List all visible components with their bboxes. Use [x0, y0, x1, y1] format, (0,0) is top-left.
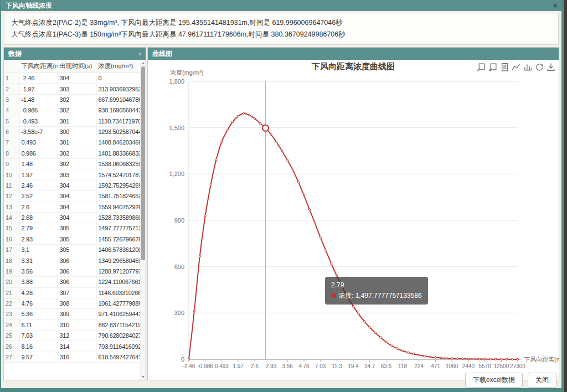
table-row[interactable]: 80.9863021481.883366833638 — [4, 148, 146, 158]
table-row[interactable]: 5-0.4933011130.7341719708227 — [4, 116, 146, 126]
table-row[interactable]: 214.283071146.6933102665728 — [4, 287, 146, 298]
time-cell: 316 — [58, 352, 96, 362]
table-row[interactable]: 101.973031574.5247017879894 — [4, 169, 146, 180]
time-cell: 305 — [58, 234, 96, 244]
data-point-marker — [204, 215, 206, 216]
data-point-marker — [391, 345, 393, 347]
data-point-marker — [489, 358, 491, 360]
table-row[interactable]: 257.03312790.6280284027512 — [4, 331, 146, 341]
scroll-up-icon[interactable]: ▲ — [141, 60, 146, 66]
distance-cell: -0.986 — [19, 105, 58, 116]
data-point-marker — [506, 358, 508, 360]
row-index: 26 — [4, 341, 19, 352]
summary-line-pac3: 大气终点浓度1(PAC-3)是 150mg/m³下风向最大距离是 47.9617… — [11, 29, 551, 40]
distance-cell: -1.48 — [19, 94, 58, 105]
table-row[interactable]: 224.763081061.4277798899677 — [4, 298, 146, 308]
distance-cell: -3.58e-7 — [19, 126, 58, 137]
data-point-marker — [495, 358, 497, 360]
distance-cell: 1.97 — [19, 169, 58, 180]
row-index: 12 — [4, 191, 19, 202]
dialog-downwind-axis-concentration: 下风向轴线浓度 × 大气终点浓度2(PAC-2)是 33mg/m³, 下风向最大… — [0, 0, 564, 392]
bar-chart-icon[interactable] — [523, 63, 532, 71]
table-row[interactable]: 1-2.463040 — [4, 73, 146, 84]
table-row[interactable]: 268.16314703.9116416092796 — [4, 341, 146, 352]
table-row[interactable]: 3-1.48302667.6991046786152 — [4, 94, 146, 105]
time-cell: 310 — [58, 319, 96, 330]
concentration-cell: 1293.5025870442491 — [96, 126, 146, 137]
table-row[interactable]: 203.883061224.1100676610185 — [4, 277, 146, 287]
time-cell: 314 — [58, 341, 96, 352]
table-row[interactable]: 112.463041592.7529542696896 — [4, 180, 146, 190]
table-row[interactable]: 6-3.58e-73001293.5025870442491 — [4, 126, 146, 137]
download-excel-button[interactable]: 下载excel数据 — [465, 373, 523, 388]
distance-cell: 4.76 — [19, 298, 58, 308]
data-point-marker — [308, 208, 310, 210]
restore-icon[interactable] — [535, 63, 544, 71]
concentration-cell: 1481.883366833638 — [96, 148, 146, 158]
table-row[interactable]: 183.313061349.296580459442 — [4, 255, 146, 266]
row-index: 4 — [4, 105, 19, 116]
x-tick-label: 34.7 — [364, 363, 375, 369]
table-row[interactable]: 152.793051497.7777757133586 — [4, 223, 146, 234]
concentration-cell: 1349.296580459442 — [96, 255, 146, 266]
x-tick-label: 0.493 — [215, 363, 229, 369]
data-point-marker — [352, 305, 354, 307]
time-cell: 304 — [58, 73, 96, 84]
table-row[interactable]: 132.63041559.9407529261453 — [4, 202, 146, 212]
distance-cell: 3.88 — [19, 277, 58, 287]
close-icon[interactable]: × — [553, 0, 558, 11]
time-cell: 305 — [58, 245, 96, 255]
data-point-marker — [292, 169, 293, 171]
data-point-marker — [325, 250, 327, 251]
data-point-marker — [484, 358, 486, 360]
data-point-marker — [232, 121, 234, 122]
concentration-cell: 1455.7267966767238 — [96, 234, 146, 244]
data-point-marker — [401, 350, 403, 352]
chart-canvas[interactable]: 下风向距离浓度曲线图 03006009001,2001,5001,800-2.4… — [148, 60, 559, 380]
line-chart-icon[interactable] — [512, 63, 520, 71]
table-scrollbar[interactable]: ▲ ▼ — [140, 60, 146, 380]
table-row[interactable]: 235.36309971.4106259441248 — [4, 309, 146, 319]
row-index: 17 — [4, 245, 19, 255]
table-row[interactable]: 91.483021538.0606832597152 — [4, 159, 146, 169]
time-cell: 302 — [58, 105, 96, 116]
distance-cell: 9.57 — [19, 352, 58, 362]
chart-panel-title: 曲线图 — [152, 48, 172, 60]
table-header-row: 下风向距离(m)出现时间(s)浓度(mg/m³) — [4, 60, 146, 73]
area-zoom-icon[interactable] — [477, 63, 486, 71]
data-point-marker — [248, 114, 250, 116]
table-row[interactable]: 2-1.97303313.90369329539334 — [4, 84, 146, 94]
data-point-marker — [451, 358, 453, 359]
collapse-chevron-icon[interactable]: ‹ — [139, 48, 141, 60]
save-image-icon[interactable] — [547, 63, 555, 71]
distance-cell: 2.6 — [19, 202, 58, 212]
table-row[interactable]: 4-0.986302930.1690560442564 — [4, 105, 146, 116]
close-button[interactable]: 关闭 — [528, 373, 556, 388]
table-row[interactable]: 279.57316618.5497427641969 — [4, 352, 146, 362]
data-view-icon[interactable] — [500, 63, 509, 71]
data-point-marker — [314, 222, 316, 224]
concentration-cell: 1288.9712077975737 — [96, 266, 146, 276]
data-panel: 数据 ‹ 下风向距离(m)出现时间(s)浓度(mg/m³) 1-2.463040… — [3, 47, 146, 380]
scrollbar-thumb[interactable] — [141, 66, 145, 260]
table-row[interactable]: 142.683041528.7335898606677 — [4, 212, 146, 223]
table-row[interactable]: 162.933051455.7267966767238 — [4, 234, 146, 244]
data-point-marker — [429, 356, 431, 358]
table-row[interactable]: 70.4933011408.846203469462 — [4, 137, 146, 148]
concentration-cell: 882.8371154219817 — [96, 319, 146, 330]
table-row[interactable]: 122.523041581.751824652339 — [4, 191, 146, 202]
concentration-cell: 1559.9407529261453 — [96, 202, 146, 212]
row-index: 10 — [4, 169, 19, 180]
x-tick-label: 2.6 — [251, 363, 259, 369]
main-area: 数据 ‹ 下风向距离(m)出现时间(s)浓度(mg/m³) 1-2.463040… — [3, 47, 561, 380]
distance-cell: 7.03 — [19, 331, 58, 341]
zoom-restore-icon[interactable] — [488, 63, 497, 71]
table-row[interactable]: 246.11310882.8371154219817 — [4, 319, 146, 330]
data-point-marker — [281, 150, 283, 152]
row-index: 6 — [4, 126, 19, 137]
line-chart: 03006009001,2001,5001,800-2.46-0.9860.49… — [148, 60, 559, 380]
table-row[interactable]: 173.13051406.5783612003615 — [4, 245, 146, 255]
concentration-cell: 1538.0606832597152 — [96, 159, 146, 169]
row-index: 20 — [4, 277, 19, 287]
table-row[interactable]: 193.563061288.9712077975737 — [4, 266, 146, 276]
